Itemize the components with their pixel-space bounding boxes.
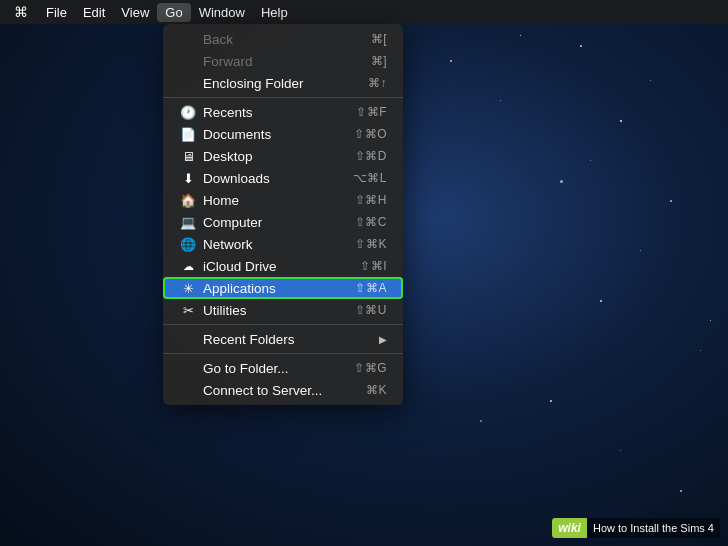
computer-icon: 💻 xyxy=(179,214,197,230)
recent-folders-label: Recent Folders xyxy=(203,332,379,347)
documents-icon: 📄 xyxy=(179,126,197,142)
menu-item-home[interactable]: 🏠 Home ⇧⌘H xyxy=(163,189,403,211)
menu-item-forward[interactable]: Forward ⌘] xyxy=(163,50,403,72)
menu-item-computer[interactable]: 💻 Computer ⇧⌘C xyxy=(163,211,403,233)
applications-shortcut: ⇧⌘A xyxy=(355,281,387,295)
desktop-icon: 🖥 xyxy=(179,148,197,164)
menu-item-desktop[interactable]: 🖥 Desktop ⇧⌘D xyxy=(163,145,403,167)
menubar-help[interactable]: Help xyxy=(253,3,296,22)
wiki-how-text: How to Install the Sims 4 xyxy=(587,519,720,537)
home-label: Home xyxy=(203,193,355,208)
connect-server-shortcut: ⌘K xyxy=(366,383,387,397)
menubar-view[interactable]: View xyxy=(113,3,157,22)
forward-label: Forward xyxy=(203,54,371,69)
menu-item-applications[interactable]: ✳ Applications ⇧⌘A xyxy=(163,277,403,299)
back-icon xyxy=(179,31,197,47)
menubar-edit[interactable]: Edit xyxy=(75,3,113,22)
network-shortcut: ⇧⌘K xyxy=(355,237,387,251)
forward-icon xyxy=(179,53,197,69)
icloud-icon: ☁ xyxy=(179,258,197,274)
menubar-go[interactable]: Go xyxy=(157,3,190,22)
recent-folders-arrow: ▶ xyxy=(379,334,387,345)
menu-item-back[interactable]: Back ⌘[ xyxy=(163,28,403,50)
applications-label: Applications xyxy=(203,281,355,296)
separator-2 xyxy=(163,324,403,325)
back-label: Back xyxy=(203,32,371,47)
desktop-label: Desktop xyxy=(203,149,355,164)
documents-shortcut: ⇧⌘O xyxy=(354,127,387,141)
go-menu-dropdown: Back ⌘[ Forward ⌘] Enclosing Folder ⌘↑ 🕐… xyxy=(163,24,403,405)
computer-shortcut: ⇧⌘C xyxy=(355,215,387,229)
icloud-label: iCloud Drive xyxy=(203,259,360,274)
menu-item-utilities[interactable]: ✂ Utilities ⇧⌘U xyxy=(163,299,403,321)
go-to-folder-shortcut: ⇧⌘G xyxy=(354,361,387,375)
wiki-logo: wiki xyxy=(552,518,587,538)
applications-icon: ✳ xyxy=(179,280,197,296)
downloads-icon: ⬇ xyxy=(179,170,197,186)
icloud-shortcut: ⇧⌘I xyxy=(360,259,387,273)
utilities-label: Utilities xyxy=(203,303,355,318)
recents-label: Recents xyxy=(203,105,356,120)
menu-item-network[interactable]: 🌐 Network ⇧⌘K xyxy=(163,233,403,255)
downloads-shortcut: ⌥⌘L xyxy=(353,171,387,185)
menu-item-go-to-folder[interactable]: Go to Folder... ⇧⌘G xyxy=(163,357,403,379)
menubar-window[interactable]: Window xyxy=(191,3,253,22)
separator-1 xyxy=(163,97,403,98)
separator-3 xyxy=(163,353,403,354)
utilities-icon: ✂ xyxy=(179,302,197,318)
forward-shortcut: ⌘] xyxy=(371,54,387,68)
menu-item-documents[interactable]: 📄 Documents ⇧⌘O xyxy=(163,123,403,145)
menu-item-recents[interactable]: 🕐 Recents ⇧⌘F xyxy=(163,101,403,123)
go-to-folder-label: Go to Folder... xyxy=(203,361,354,376)
menu-item-downloads[interactable]: ⬇ Downloads ⌥⌘L xyxy=(163,167,403,189)
menu-item-connect-server[interactable]: Connect to Server... ⌘K xyxy=(163,379,403,401)
apple-menu[interactable]: ⌘ xyxy=(8,2,34,22)
utilities-shortcut: ⇧⌘U xyxy=(355,303,387,317)
back-shortcut: ⌘[ xyxy=(371,32,387,46)
enclosing-folder-label: Enclosing Folder xyxy=(203,76,368,91)
connect-server-icon xyxy=(179,382,197,398)
connect-server-label: Connect to Server... xyxy=(203,383,366,398)
menu-item-icloud[interactable]: ☁ iCloud Drive ⇧⌘I xyxy=(163,255,403,277)
menu-item-enclosing-folder[interactable]: Enclosing Folder ⌘↑ xyxy=(163,72,403,94)
enclosing-folder-icon xyxy=(179,75,197,91)
desktop-shortcut: ⇧⌘D xyxy=(355,149,387,163)
go-to-folder-icon xyxy=(179,360,197,376)
downloads-label: Downloads xyxy=(203,171,353,186)
wiki-badge: wiki How to Install the Sims 4 xyxy=(552,518,720,538)
documents-label: Documents xyxy=(203,127,354,142)
menubar: ⌘ File Edit View Go Window Help xyxy=(0,0,728,24)
recent-folders-icon xyxy=(179,331,197,347)
computer-label: Computer xyxy=(203,215,355,230)
recents-icon: 🕐 xyxy=(179,104,197,120)
recents-shortcut: ⇧⌘F xyxy=(356,105,387,119)
home-icon: 🏠 xyxy=(179,192,197,208)
enclosing-folder-shortcut: ⌘↑ xyxy=(368,76,387,90)
menubar-file[interactable]: File xyxy=(38,3,75,22)
network-icon: 🌐 xyxy=(179,236,197,252)
home-shortcut: ⇧⌘H xyxy=(355,193,387,207)
menu-item-recent-folders[interactable]: Recent Folders ▶ xyxy=(163,328,403,350)
network-label: Network xyxy=(203,237,355,252)
